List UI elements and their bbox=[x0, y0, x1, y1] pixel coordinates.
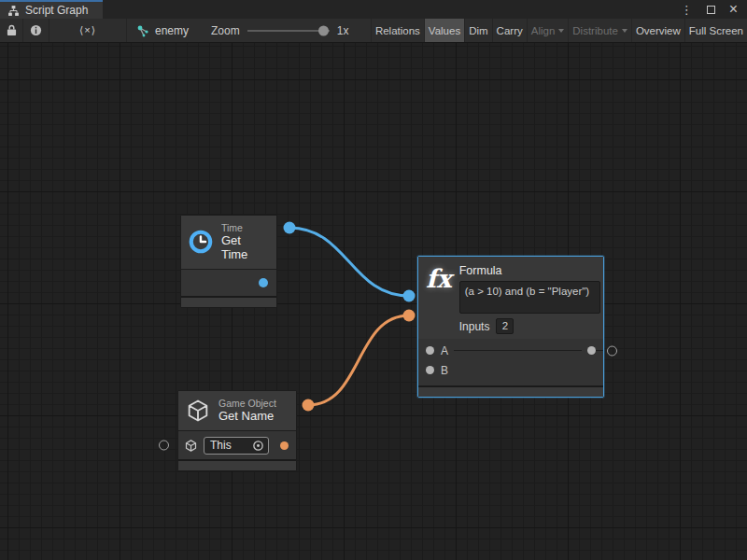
graph-icon bbox=[136, 24, 149, 37]
wire-get-time-to-formula-a[interactable] bbox=[289, 228, 409, 296]
breadcrumb-graph-name: enemy bbox=[155, 24, 189, 37]
node-ports-row: This bbox=[178, 431, 296, 459]
node-category: Time bbox=[221, 222, 267, 233]
node-header[interactable]: fx Formula (a > 10) and (b = "Player") I… bbox=[418, 257, 603, 339]
node-footer bbox=[178, 459, 296, 470]
node-title: Get Time bbox=[221, 234, 267, 262]
window-controls: ⋮ × bbox=[681, 0, 747, 19]
node-get-time[interactable]: Time Get Time bbox=[180, 215, 277, 308]
value-output-port[interactable] bbox=[259, 278, 268, 287]
distribute-button: Distribute bbox=[568, 19, 631, 42]
formula-expression-input[interactable]: (a > 10) and (b = "Player") bbox=[459, 281, 600, 314]
inputs-label: Inputs bbox=[459, 320, 490, 333]
clock-icon bbox=[188, 228, 214, 256]
node-ports-row bbox=[181, 270, 276, 296]
inputs-count-field[interactable]: 2 bbox=[496, 318, 514, 334]
zoom-value: 1x bbox=[337, 24, 349, 37]
graph-canvas[interactable]: Time Get Time fx Formula (a > 10) and (b… bbox=[0, 43, 747, 560]
full-screen-button[interactable]: Full Screen bbox=[684, 19, 747, 42]
values-button[interactable]: Values bbox=[424, 19, 464, 42]
tab-script-graph[interactable]: Script Graph bbox=[0, 0, 103, 19]
port-row-b: B bbox=[418, 360, 603, 380]
window-menu-icon[interactable]: ⋮ bbox=[681, 4, 693, 16]
target-object-field[interactable]: This bbox=[204, 437, 269, 455]
zoom-control: Zoom 1x bbox=[211, 19, 348, 42]
dropdown-arrow-icon bbox=[622, 29, 627, 33]
wire-endpoint[interactable] bbox=[284, 222, 296, 234]
toolbar-buttons: Relations Values Dim Carry Align Distrib… bbox=[371, 19, 747, 42]
overview-button[interactable]: Overview bbox=[631, 19, 684, 42]
port-connector-line bbox=[596, 350, 603, 351]
input-port-unconnected[interactable] bbox=[159, 441, 169, 451]
node-get-name[interactable]: Game Object Get Name This bbox=[177, 390, 297, 471]
tab-title: Script Graph bbox=[25, 4, 88, 17]
wire-layer bbox=[0, 43, 747, 560]
output-port-unconnected[interactable] bbox=[607, 345, 617, 356]
code-brackets-icon: ⟨×⟩ bbox=[79, 24, 96, 36]
dim-button[interactable]: Dim bbox=[464, 19, 491, 42]
info-icon bbox=[30, 24, 42, 36]
object-picker-icon[interactable] bbox=[252, 440, 264, 452]
align-button: Align bbox=[527, 19, 569, 42]
input-port-a[interactable] bbox=[426, 346, 434, 355]
formula-header-content: Formula (a > 10) and (b = "Player") Inpu… bbox=[459, 264, 600, 334]
tabbar-spacer bbox=[103, 0, 681, 19]
result-output-port[interactable] bbox=[587, 346, 596, 355]
breadcrumb[interactable]: enemy bbox=[127, 19, 198, 42]
port-label: A bbox=[441, 344, 448, 357]
maximize-icon[interactable] bbox=[707, 6, 715, 14]
target-cube-icon bbox=[184, 439, 198, 453]
close-icon[interactable]: × bbox=[729, 2, 738, 17]
node-category: Game Object bbox=[218, 398, 276, 409]
graph-toolbar: ⟨×⟩ enemy Zoom 1x Relations Values Dim C… bbox=[0, 19, 747, 43]
port-row-a: A bbox=[418, 341, 603, 360]
relations-button[interactable]: Relations bbox=[371, 19, 424, 42]
name-output-port[interactable] bbox=[280, 441, 289, 450]
node-labels: Game Object Get Name bbox=[218, 398, 276, 424]
node-header[interactable]: Game Object Get Name bbox=[178, 391, 296, 431]
info-button[interactable] bbox=[23, 19, 49, 42]
node-formula[interactable]: fx Formula (a > 10) and (b = "Player") I… bbox=[417, 256, 604, 398]
node-footer bbox=[181, 296, 276, 307]
node-title: Get Name bbox=[218, 410, 276, 424]
dropdown-arrow-icon bbox=[558, 29, 564, 33]
game-object-cube-icon bbox=[185, 398, 211, 424]
node-footer bbox=[418, 385, 603, 397]
input-port-b[interactable] bbox=[426, 366, 434, 374]
node-header[interactable]: Time Get Time bbox=[181, 216, 276, 270]
tab-bar: Script Graph ⋮ × bbox=[0, 0, 747, 19]
code-preview-button[interactable]: ⟨×⟩ bbox=[49, 19, 127, 42]
lock-button[interactable] bbox=[0, 19, 23, 42]
zoom-slider[interactable] bbox=[247, 30, 330, 32]
port-connector-line bbox=[454, 350, 582, 351]
wire-endpoint[interactable] bbox=[403, 290, 416, 302]
lock-icon bbox=[7, 24, 17, 36]
zoom-label: Zoom bbox=[211, 24, 240, 37]
formula-fx-icon: fx bbox=[426, 266, 452, 334]
zoom-slider-handle[interactable] bbox=[318, 25, 329, 35]
target-object-value: This bbox=[210, 439, 232, 452]
node-labels: Time Get Time bbox=[221, 222, 267, 262]
wire-endpoint[interactable] bbox=[403, 310, 416, 322]
hierarchy-icon bbox=[7, 5, 20, 17]
carry-button[interactable]: Carry bbox=[492, 19, 527, 42]
wire-get-name-to-formula-b[interactable] bbox=[308, 315, 409, 405]
formula-inputs-row: Inputs 2 bbox=[459, 318, 600, 334]
formula-ports: A B bbox=[418, 339, 603, 380]
node-title: Formula bbox=[459, 264, 600, 277]
port-label: B bbox=[441, 364, 448, 377]
wire-endpoint[interactable] bbox=[303, 399, 315, 412]
